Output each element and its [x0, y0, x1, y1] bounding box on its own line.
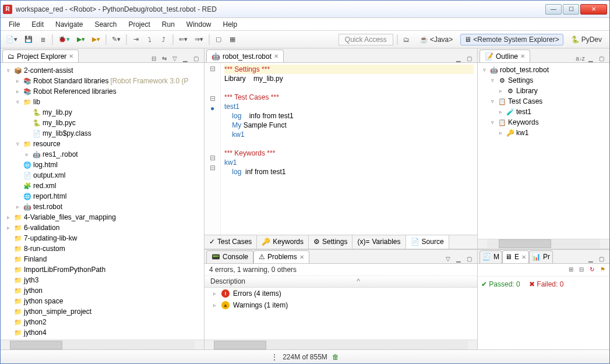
grid-icon[interactable]: ▦ — [227, 34, 238, 45]
quick-access-input[interactable]: Quick Access — [339, 34, 393, 45]
tree-node[interactable]: ▿📁lib — [2, 97, 203, 107]
menu-search[interactable]: Search — [90, 19, 121, 30]
save-icon[interactable]: 💾 — [23, 34, 34, 45]
save-all-icon[interactable]: 🗎 — [38, 34, 48, 45]
rerun-failed-icon[interactable]: ↻ — [588, 266, 596, 274]
maximize-view-icon[interactable]: ▢ — [597, 54, 605, 62]
maximize-view-icon[interactable]: ▢ — [465, 255, 473, 263]
menu-navigate[interactable]: Navigate — [51, 19, 87, 30]
close-icon[interactable]: ✕ — [521, 254, 526, 260]
editor-subtab[interactable]: (x)=Variables — [352, 235, 406, 249]
minimize-button[interactable]: — — [545, 4, 562, 15]
menu-file[interactable]: File — [4, 19, 24, 30]
tab-pr[interactable]: 📊Pr — [529, 250, 553, 263]
outline-node[interactable]: ▿⚙Settings — [479, 75, 608, 86]
tree-node[interactable]: ▹🤖res1_.robot — [2, 149, 203, 160]
close-icon[interactable]: ✕ — [69, 53, 73, 59]
minimize-view-icon[interactable]: ▁ — [587, 54, 595, 62]
tab-problems[interactable]: ⚠ Problems ✕ — [253, 250, 309, 263]
maximize-button[interactable]: ☐ — [563, 4, 579, 15]
pin-icon[interactable]: ▢ — [213, 34, 224, 45]
scrollbar-horizontal[interactable] — [478, 239, 609, 249]
tree-node[interactable]: 🐍my_lib.py — [2, 107, 203, 118]
close-icon[interactable]: ✕ — [274, 53, 278, 59]
run-last-icon[interactable]: ▶▾ — [90, 34, 102, 45]
tree-node[interactable]: 📁jyth3 — [2, 275, 203, 285]
step-over-icon[interactable]: ⤵ — [144, 34, 155, 45]
minimize-view-icon[interactable]: ▁ — [181, 54, 189, 62]
outline-tree[interactable]: ▿🤖robot_test.robot▿⚙Settings▹⚙Library▿📋T… — [478, 63, 609, 239]
editor-subtab[interactable]: ✓Test Cases — [204, 235, 257, 249]
back-icon[interactable]: ⇐▾ — [177, 34, 189, 45]
tree-node[interactable]: 🧩red.xml — [2, 181, 203, 191]
tree-node[interactable]: 🐍my_lib.pyc — [2, 118, 203, 128]
maximize-view-icon[interactable]: ▢ — [192, 54, 200, 62]
close-button[interactable]: ✕ — [580, 4, 607, 15]
tree-node[interactable]: ▿📦2-content-assist — [2, 65, 203, 76]
tree-node[interactable]: 📁jython — [2, 285, 203, 296]
collapse-icon[interactable]: ⊟ — [577, 266, 586, 274]
tree-node[interactable]: ▹📁6-validation — [2, 222, 203, 233]
tab-outline[interactable]: 📝 Outline ✕ — [479, 50, 530, 62]
tree-node[interactable]: 📁7-updating-lib-kw — [2, 233, 203, 243]
expand-icon[interactable]: ⊞ — [567, 266, 575, 274]
perspective-remote[interactable]: 🖥<Remote System Explorer> — [460, 34, 563, 45]
editor-code-area[interactable]: *** Settings ***Library my_lib.py*** Tes… — [221, 63, 477, 235]
tree-node[interactable]: 📄output.xml — [2, 170, 203, 181]
tree-node[interactable]: 🌐log.html — [2, 160, 203, 170]
forward-icon[interactable]: ⇒▾ — [193, 34, 205, 45]
editor-tab[interactable]: 🤖 robot_test.robot ✕ — [206, 50, 284, 62]
view-menu-icon[interactable]: ▽ — [171, 54, 179, 62]
view-menu-icon[interactable]: ▽ — [444, 255, 452, 263]
menu-edit[interactable]: Edit — [27, 19, 48, 30]
editor-gutter[interactable]: ⊟⊟●⊟⊟ — [204, 63, 221, 235]
outline-node[interactable]: ▹🔑kw1 — [479, 128, 608, 138]
minimize-view-icon[interactable]: ▁ — [587, 255, 595, 263]
maximize-view-icon[interactable]: ▢ — [597, 255, 605, 263]
close-icon[interactable]: ✕ — [520, 53, 525, 59]
sort-icon[interactable]: a↓z — [576, 54, 584, 62]
tree-node[interactable]: ▿📁resource — [2, 139, 203, 149]
collapse-all-icon[interactable]: ⊟ — [150, 54, 158, 62]
perspective-pydev[interactable]: 🐍PyDev — [567, 34, 606, 45]
run-icon[interactable]: ▶▾ — [75, 34, 87, 45]
minimize-view-icon[interactable]: ▁ — [454, 255, 463, 263]
filter-icon[interactable]: ⚑ — [598, 266, 607, 274]
tab-e[interactable]: 🖥E✕ — [502, 250, 529, 263]
tree-node[interactable]: 📁jython4 — [2, 327, 203, 338]
outline-node[interactable]: ▹⚙Library — [479, 86, 608, 96]
perspective-java[interactable]: ☕<Java> — [415, 34, 457, 45]
tree-node[interactable]: ▹📚Robot Standard libraries [Robot Framew… — [2, 76, 203, 86]
menu-help[interactable]: Help — [218, 19, 242, 30]
menu-window[interactable]: Window — [182, 19, 216, 30]
scrollbar-horizontal[interactable] — [1, 340, 204, 349]
editor-subtab[interactable]: 📄Source — [406, 235, 449, 249]
tree-node[interactable]: ▹📚Robot Referenced libraries — [2, 86, 203, 97]
step-return-icon[interactable]: ⤴ — [158, 34, 169, 45]
tree-node[interactable]: 📁jython_simple_project — [2, 306, 203, 317]
debug-icon[interactable]: 🐞▾ — [57, 34, 72, 45]
outline-node[interactable]: ▿📋Test Cases — [479, 96, 608, 107]
tree-node[interactable]: 📁jython space — [2, 296, 203, 306]
tree-node[interactable]: 📁jython2 — [2, 317, 203, 327]
link-editor-icon[interactable]: ⇆ — [160, 54, 168, 62]
close-icon[interactable]: ✕ — [299, 254, 304, 260]
tree-node[interactable]: 📁8-run-custom — [2, 243, 203, 254]
outline-node[interactable]: ▹🧪test1 — [479, 107, 608, 117]
tree-node[interactable]: 🌐report.html — [2, 191, 203, 202]
problems-group[interactable]: ▹▲Warnings (1 item) — [204, 299, 477, 311]
menu-project[interactable]: Project — [124, 19, 154, 30]
new-icon[interactable]: 📄▾ — [4, 34, 19, 45]
problems-column-header[interactable]: Description^ — [204, 276, 477, 288]
tab-console[interactable]: 📟 Console — [206, 250, 253, 263]
menu-run[interactable]: Run — [157, 19, 179, 30]
outline-node[interactable]: ▿🤖robot_test.robot — [479, 65, 608, 75]
project-explorer-tree[interactable]: ▿📦2-content-assist▹📚Robot Standard libra… — [1, 63, 204, 340]
scrollbar-horizontal[interactable] — [204, 340, 477, 349]
tree-node[interactable]: 📄my_lib$py.class — [2, 128, 203, 139]
open-perspective-icon[interactable]: 🗂 — [401, 34, 412, 45]
tab-m[interactable]: 🧾M — [479, 250, 502, 263]
editor-subtab[interactable]: 🔑Keywords — [257, 235, 309, 249]
outline-node[interactable]: ▿📋Keywords — [479, 117, 608, 128]
step-icon[interactable]: ⇥ — [131, 34, 141, 45]
